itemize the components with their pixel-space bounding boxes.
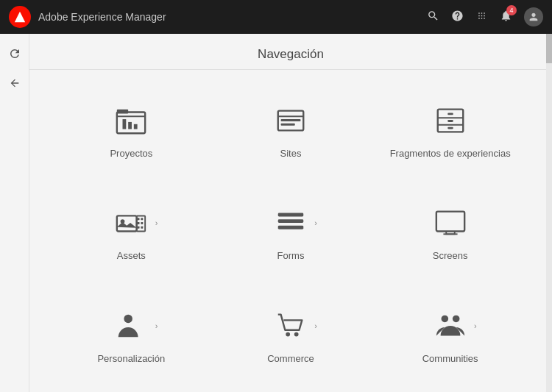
scrollbar-thumb[interactable] — [546, 34, 552, 63]
svg-rect-12 — [447, 127, 453, 129]
communities-icon: › — [430, 307, 471, 344]
sidebar-nav-icon[interactable] — [4, 43, 26, 65]
svg-point-26 — [124, 314, 133, 323]
nav-label-assets: Assets — [117, 250, 146, 261]
adobe-logo — [9, 6, 31, 28]
content-area: Navegación Proyectos — [29, 34, 552, 392]
nav-item-forms[interactable]: › Forms — [211, 179, 371, 282]
header-left: Adobe Experience Manager — [9, 6, 166, 28]
svg-rect-8 — [281, 124, 295, 126]
svg-rect-3 — [123, 119, 127, 129]
svg-marker-0 — [15, 12, 25, 22]
personalization-icon: › — [110, 307, 152, 344]
svg-rect-16 — [138, 218, 140, 221]
help-icon[interactable] — [451, 10, 464, 25]
nav-label-fragmentos: Fragmentos de experiencias — [390, 148, 511, 159]
svg-rect-5 — [134, 124, 138, 129]
main-container: Navegación Proyectos — [0, 34, 552, 392]
apps-icon[interactable] — [475, 10, 488, 25]
nav-item-personalizacion[interactable]: › Personalización — [52, 282, 211, 385]
app-title: Adobe Experience Manager — [38, 11, 166, 23]
svg-rect-13 — [117, 216, 137, 232]
nav-label-screens: Screens — [433, 250, 468, 261]
nav-label-forms: Forms — [277, 250, 305, 261]
svg-point-27 — [286, 332, 290, 336]
svg-rect-21 — [141, 227, 144, 229]
nav-item-proyectos[interactable]: Proyectos — [52, 77, 211, 179]
user-avatar[interactable] — [524, 7, 543, 26]
header: Adobe Experience Manager 4 — [0, 0, 552, 34]
notification-icon[interactable]: 4 — [500, 10, 512, 25]
nav-label-commerce: Commerce — [267, 353, 314, 364]
svg-rect-23 — [278, 220, 304, 224]
notification-badge: 4 — [506, 5, 517, 15]
sidebar — [0, 34, 29, 392]
svg-rect-10 — [447, 113, 453, 115]
personalization-chevron: › — [155, 321, 158, 330]
projects-icon — [110, 102, 152, 139]
assets-icon: › — [110, 204, 152, 241]
svg-rect-22 — [278, 213, 304, 217]
svg-rect-4 — [128, 122, 132, 129]
sidebar-back-icon[interactable] — [4, 72, 26, 94]
navigation-grid: Proyectos Sites — [29, 70, 552, 392]
nav-item-screens[interactable]: Screens — [370, 179, 530, 282]
scrollbar-track[interactable] — [546, 34, 552, 392]
forms-chevron: › — [314, 218, 317, 227]
nav-item-sites[interactable]: Sites — [211, 77, 371, 179]
svg-rect-2 — [117, 110, 128, 114]
svg-point-28 — [294, 332, 299, 336]
header-right: 4 — [427, 7, 543, 26]
fragments-icon — [430, 102, 471, 139]
nav-item-commerce[interactable]: › Commerce — [211, 282, 371, 385]
nav-item-communities[interactable]: › Communities — [370, 282, 530, 385]
screens-icon — [430, 204, 471, 241]
search-icon[interactable] — [427, 10, 439, 25]
nav-label-sites: Sites — [280, 148, 302, 159]
nav-label-proyectos: Proyectos — [110, 148, 152, 159]
svg-rect-19 — [141, 218, 144, 221]
svg-point-30 — [453, 315, 460, 322]
svg-point-29 — [441, 315, 448, 322]
svg-rect-11 — [447, 120, 453, 122]
svg-rect-7 — [281, 119, 301, 121]
svg-rect-17 — [138, 223, 140, 225]
svg-rect-20 — [141, 223, 144, 225]
assets-chevron: › — [155, 218, 158, 227]
svg-rect-25 — [436, 212, 464, 232]
page-title: Navegación — [29, 34, 552, 70]
forms-icon: › — [270, 204, 311, 241]
svg-rect-18 — [138, 227, 140, 229]
commerce-icon: › — [270, 307, 311, 344]
nav-label-personalizacion: Personalización — [97, 353, 165, 364]
sites-icon — [270, 102, 311, 139]
svg-rect-24 — [278, 226, 304, 229]
nav-label-communities: Communities — [422, 353, 478, 364]
nav-item-assets[interactable]: › Assets — [52, 179, 211, 282]
communities-chevron: › — [474, 321, 477, 330]
nav-item-fragmentos[interactable]: Fragmentos de experiencias — [370, 77, 530, 179]
commerce-chevron: › — [314, 321, 317, 330]
